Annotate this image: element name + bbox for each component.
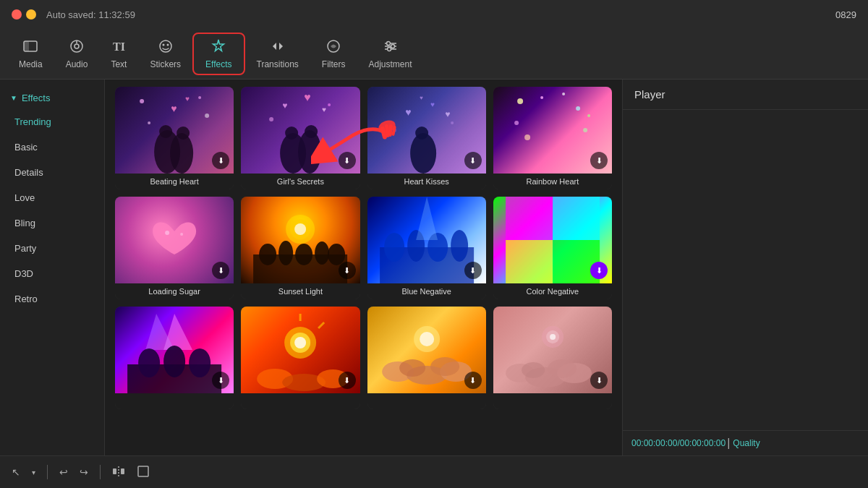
svg-point-49 xyxy=(576,106,580,111)
sidebar-item-basic[interactable]: Basic xyxy=(0,134,104,160)
svg-rect-104 xyxy=(121,468,124,474)
svg-rect-72 xyxy=(506,197,553,240)
effect-card-color-negative[interactable]: ⬇ Color Negative xyxy=(493,197,612,299)
stickers-icon xyxy=(158,38,174,56)
sidebar-item-love[interactable]: Love xyxy=(0,185,104,210)
effects-label: Effects xyxy=(205,59,231,69)
toolbar-item-filters[interactable]: Filters xyxy=(310,34,357,74)
redo-button[interactable]: ↪ xyxy=(80,466,88,478)
sidebar-item-d3d[interactable]: D3D xyxy=(0,261,104,286)
toolbar-item-audio[interactable]: Audio xyxy=(54,34,100,74)
svg-point-38 xyxy=(269,117,273,121)
sidebar-item-bling[interactable]: Bling xyxy=(0,210,104,236)
effect-card-party2[interactable]: ⬇ xyxy=(241,307,359,409)
svg-point-50 xyxy=(540,96,543,99)
party-label: Party xyxy=(14,243,36,254)
svg-point-7 xyxy=(162,44,164,46)
effect-card-party3[interactable]: ⬇ xyxy=(367,307,486,409)
svg-text:TI: TI xyxy=(113,40,125,53)
download-sunset-light[interactable]: ⬇ xyxy=(339,262,356,279)
minimize-button[interactable] xyxy=(26,9,36,20)
svg-point-15 xyxy=(387,48,391,51)
player-time-end: 00:00:00:00 xyxy=(680,438,726,448)
trending-label: Trending xyxy=(14,116,51,127)
svg-line-84 xyxy=(318,322,324,328)
effect-card-loading-sugar[interactable]: ⬇ Loading Sugar xyxy=(115,197,234,299)
sidebar-item-details[interactable]: Details xyxy=(0,160,104,185)
party3-thumbnail: ⬇ xyxy=(367,307,486,393)
download-heart-kisses[interactable]: ⬇ xyxy=(464,152,482,169)
blue-negative-label: Blue Negative xyxy=(367,283,486,299)
svg-point-64 xyxy=(295,244,312,265)
svg-point-51 xyxy=(583,128,587,132)
effect-card-beating-heart[interactable]: ♥ ♥ ⬇ Beating Heart xyxy=(115,87,234,189)
svg-point-60 xyxy=(294,223,306,235)
media-icon xyxy=(22,38,38,56)
player-title: Player xyxy=(623,80,868,110)
party1-thumbnail: ⬇ xyxy=(115,307,234,393)
svg-point-94 xyxy=(430,357,459,376)
svg-text:♥: ♥ xyxy=(322,106,326,114)
rainbow-heart-thumbnail: ⬇ xyxy=(493,87,612,174)
svg-rect-1 xyxy=(24,41,29,51)
svg-point-23 xyxy=(159,125,172,138)
effect-card-sunset-light[interactable]: ⬇ Sunset Light xyxy=(241,197,359,299)
svg-rect-74 xyxy=(506,240,553,283)
svg-point-78 xyxy=(163,346,185,377)
filters-icon xyxy=(326,38,341,56)
main-area: ▼ Effects Trending Basic Details Love Bl… xyxy=(0,80,868,455)
effects-section-header[interactable]: ▼ Effects xyxy=(0,87,104,109)
party1-label xyxy=(115,393,234,409)
player-panel: Player 00:00:00:00 / 00:00:00:00 | Quali… xyxy=(622,80,868,455)
effect-card-blue-negative[interactable]: ⬇ Blue Negative xyxy=(367,197,486,299)
party4-thumbnail: ⬇ xyxy=(493,307,612,393)
text-label: Text xyxy=(111,59,127,69)
sidebar-item-party[interactable]: Party xyxy=(0,236,104,261)
download-party2[interactable]: ⬇ xyxy=(339,372,356,389)
sidebar-item-trending[interactable]: Trending xyxy=(0,109,104,134)
toolbar-item-stickers[interactable]: Stickers xyxy=(138,34,192,74)
toolbar-item-media[interactable]: Media xyxy=(7,34,54,74)
toolbar-item-text[interactable]: TI Text xyxy=(99,34,138,74)
svg-point-54 xyxy=(514,121,519,125)
toolbar-item-transitions[interactable]: Transitions xyxy=(245,34,310,74)
effects-grid-container: ♥ ♥ ⬇ Beating Heart ♥ ♥ ♥ xyxy=(105,80,622,455)
effect-card-rainbow-heart[interactable]: ⬇ Rainbow Heart xyxy=(493,87,612,189)
toolbar-item-effects[interactable]: Effects xyxy=(192,33,244,75)
split-tool[interactable] xyxy=(112,465,125,480)
undo-button[interactable]: ↩ xyxy=(59,466,68,478)
sunset-light-label: Sunset Light xyxy=(241,283,359,299)
effect-card-party4[interactable]: ⬇ xyxy=(493,307,612,409)
effect-card-girls-secrets[interactable]: ♥ ♥ ♥ ⬇ Girl's Secrets xyxy=(241,87,359,189)
stickers-label: Stickers xyxy=(150,59,181,69)
cursor-dropdown[interactable]: ▾ xyxy=(32,468,35,476)
svg-point-89 xyxy=(420,332,434,346)
download-party3[interactable]: ⬇ xyxy=(464,372,482,389)
svg-point-14 xyxy=(391,45,394,48)
download-color-negative[interactable]: ⬇ xyxy=(590,262,608,279)
download-rainbow-heart[interactable]: ⬇ xyxy=(590,152,608,169)
effect-card-party1[interactable]: ⬇ xyxy=(115,307,234,409)
adjustment-icon xyxy=(383,38,399,56)
effect-card-heart-kisses[interactable]: ♥ ♥ ♥ ♥ ⬇ Heart Kisses xyxy=(367,87,486,189)
svg-point-93 xyxy=(399,359,425,377)
download-blue-negative[interactable]: ⬇ xyxy=(464,262,482,279)
heart-kisses-thumbnail: ♥ ♥ ♥ ♥ ⬇ xyxy=(367,87,486,174)
cursor-tool[interactable]: ↖ xyxy=(12,466,20,478)
svg-text:♥: ♥ xyxy=(445,109,450,119)
audio-icon xyxy=(69,38,85,56)
toolbar-item-adjustment[interactable]: Adjustment xyxy=(357,34,423,74)
timeline-divider2 xyxy=(100,465,101,479)
svg-point-68 xyxy=(384,233,404,262)
svg-point-52 xyxy=(524,134,530,140)
download-party4[interactable]: ⬇ xyxy=(590,372,608,389)
svg-point-27 xyxy=(205,114,209,118)
quality-button[interactable]: Quality xyxy=(733,438,760,448)
svg-text:♥: ♥ xyxy=(405,106,411,118)
download-girls-secrets[interactable]: ⬇ xyxy=(339,152,356,169)
svg-point-56 xyxy=(165,231,169,235)
svg-point-71 xyxy=(451,230,468,262)
sidebar-item-retro[interactable]: Retro xyxy=(0,286,104,312)
close-button[interactable] xyxy=(12,9,22,20)
crop-tool[interactable] xyxy=(137,465,150,480)
